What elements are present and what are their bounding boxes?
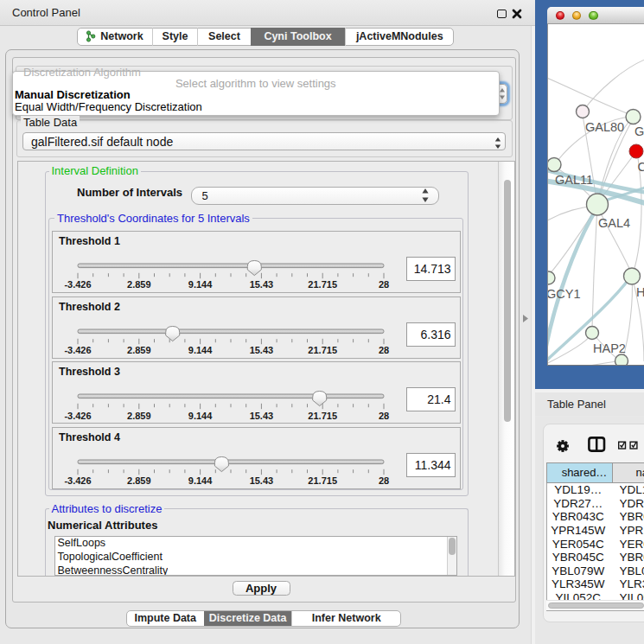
svg-text:H: H <box>636 285 644 299</box>
svg-text:GA: GA <box>634 124 644 138</box>
svg-text:C: C <box>638 160 644 174</box>
svg-text:GCY1: GCY1 <box>548 287 581 301</box>
svg-text:GAL11: GAL11 <box>555 173 593 187</box>
svg-text:GAL4: GAL4 <box>598 216 630 230</box>
svg-text:GAL80: GAL80 <box>585 120 624 134</box>
svg-text:HAP2: HAP2 <box>593 341 626 355</box>
